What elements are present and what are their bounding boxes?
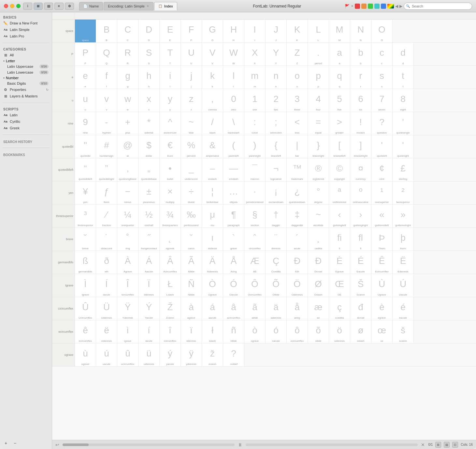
glyph-cell[interactable]: jj xyxy=(181,66,202,89)
scrollbar-track-2[interactable] xyxy=(246,443,418,446)
scrollbar-thumb[interactable] xyxy=(63,443,89,446)
glyph-cell[interactable]: ÙUgrave xyxy=(371,274,393,297)
color-red[interactable] xyxy=(355,4,360,9)
properties-refresh-icon[interactable]: ↻ xyxy=(46,88,49,92)
sidebar-remove-button[interactable]: − xyxy=(12,440,18,446)
glyph-cell[interactable]: nn xyxy=(266,66,287,89)
glyph-cell[interactable]: ¨dieresis xyxy=(266,228,287,251)
color-blue[interactable] xyxy=(381,4,386,9)
glyph-cell[interactable]: íiacute xyxy=(138,320,160,343)
glyph-cell[interactable]: flfl xyxy=(350,228,371,251)
glyph-cell[interactable]: .period xyxy=(308,43,329,65)
glyph-cell[interactable]: ±plusminus xyxy=(138,181,160,204)
glyph-cell[interactable]: 'quotesingle xyxy=(393,112,414,135)
sidebar-item-greek[interactable]: Aa Greek xyxy=(0,125,52,131)
glyph-cell[interactable]: ¢cent xyxy=(371,158,393,181)
sidebar-item-latin-pro[interactable]: Aa Latin Pro xyxy=(0,33,52,39)
close-button[interactable] xyxy=(4,4,8,8)
glyph-cell[interactable]: ¹onesuperior xyxy=(371,181,393,204)
glyph-cell[interactable]: 5five xyxy=(329,89,350,112)
tab-encoding-close[interactable]: ✕ xyxy=(147,5,149,8)
glyph-cell[interactable]: ;semicolon xyxy=(266,112,287,135)
glyph-cell[interactable]: óoacute xyxy=(266,320,287,343)
glyph-cell[interactable]: )parenright xyxy=(244,135,266,158)
sidebar-item-basic-digits[interactable]: Basic Digits 0/10 xyxy=(0,80,52,86)
sidebar-item-latin-simple[interactable]: Aa Latin Simple xyxy=(0,26,52,33)
minimize-button[interactable] xyxy=(10,4,14,8)
glyph-cell[interactable]: 1one xyxy=(244,89,266,112)
sidebar-item-latin-uppercase[interactable]: Latin Uppercase 0/26 xyxy=(0,64,52,69)
glyph-cell[interactable]: ff xyxy=(96,66,117,89)
glyph-cell[interactable]: _underscore xyxy=(181,158,202,181)
glyph-cell[interactable]: ðeth xyxy=(96,251,117,274)
glyph-cell[interactable]: ÔOcircumflex xyxy=(244,274,266,297)
glyph-cell[interactable]: ÝYacute xyxy=(138,297,160,320)
glyph-cell[interactable]: (parenleft xyxy=(223,135,244,158)
glyph-cell[interactable]: ©copyright xyxy=(329,158,350,181)
glyph-cell[interactable]: ºordmasculine xyxy=(350,181,371,204)
glyph-cell[interactable]: öodieresis xyxy=(329,320,350,343)
glyph-cell[interactable]: ˆcircumflex xyxy=(244,228,266,251)
glyph-cell[interactable]: äadieresis xyxy=(266,297,287,320)
sidebar-item-number[interactable]: ▾ Number xyxy=(0,75,52,80)
glyph-cell[interactable]: II xyxy=(244,20,266,42)
glyph-cell[interactable]: cc xyxy=(371,43,393,65)
glyph-cell[interactable]: <less xyxy=(287,112,308,135)
tab-encoding[interactable]: Encoding: Latin Simple ✕ xyxy=(104,2,153,10)
glyph-cell[interactable]: ÅAring xyxy=(223,251,244,274)
glyph-cell[interactable]: úuacute xyxy=(96,343,117,366)
tab-index[interactable]: 📋 Index xyxy=(154,2,177,10)
glyph-cell[interactable]: 8eight xyxy=(393,89,414,112)
glyph-cell[interactable]: RR xyxy=(117,43,138,65)
glyph-cell[interactable]: ÁAacute xyxy=(138,251,160,274)
glyph-cell[interactable]: ¥yen xyxy=(75,181,96,204)
glyph-cell[interactable]: ⁄fraction xyxy=(96,205,117,227)
glyph-cell[interactable]: ƒflorin xyxy=(96,181,117,204)
glyph-cell[interactable]: TT xyxy=(160,43,181,65)
glyph-cell[interactable]: ëedieresis xyxy=(96,320,117,343)
glyph-cell[interactable]: æae xyxy=(308,297,329,320)
glyph-cell[interactable]: †dagger xyxy=(266,205,287,227)
glyph-cell[interactable]: ˘breve xyxy=(75,228,96,251)
glyph-cell[interactable]: hh xyxy=(138,66,160,89)
glyph-cell[interactable]: yy xyxy=(160,89,181,112)
glyph-cell[interactable]: ™trademark xyxy=(287,158,308,181)
glyph-cell[interactable]: ıdotlessi xyxy=(202,228,223,251)
glyph-cell[interactable]: ÐEth xyxy=(287,251,308,274)
glyph-cell[interactable]: ww xyxy=(117,89,138,112)
status-next[interactable]: ✕ xyxy=(421,442,425,447)
sidebar-item-properties[interactable]: ⚙ Properties ↻ xyxy=(0,86,52,93)
glyph-cell[interactable]: 'quoteright xyxy=(393,135,414,158)
glyph-cell[interactable]: *asterisk xyxy=(138,112,160,135)
glyph-cell[interactable]: qq xyxy=(329,66,350,89)
glyph-cell[interactable]: 4four xyxy=(308,89,329,112)
tab-name[interactable]: 📄 Name xyxy=(79,2,103,10)
glyph-cell[interactable]: JJ xyxy=(266,20,287,42)
glyph-cell[interactable]: ˚ring xyxy=(117,228,138,251)
glyph-cell[interactable]: âacircumflex xyxy=(223,297,244,320)
glyph-cell[interactable]: èegrave xyxy=(371,297,393,320)
glyph-cell[interactable]: PP xyxy=(75,43,96,65)
glyph-cell[interactable]: aa xyxy=(329,43,350,65)
glyph-cell[interactable]: #numbersign xyxy=(96,135,117,158)
glyph-cell[interactable]: ÑNtilde xyxy=(181,274,202,297)
glyph-cell[interactable]: ËEdieresis xyxy=(393,251,414,274)
glyph-cell[interactable]: &ampersand xyxy=(202,135,223,158)
glyph-cell[interactable]: ÒOgrave xyxy=(202,274,223,297)
glyph-cell[interactable]: •bullet xyxy=(160,158,181,181)
glyph-cell[interactable]: đdcroat xyxy=(350,297,371,320)
glyph-cell[interactable]: €Euro xyxy=(160,135,181,158)
glyph-cell[interactable]: [bracketleft xyxy=(329,135,350,158)
toolbar-list[interactable]: ≡ xyxy=(54,3,64,10)
glyph-cell[interactable]: ÿydieresis xyxy=(181,343,202,366)
glyph-cell[interactable]: þthorn xyxy=(393,228,414,251)
glyph-cell[interactable]: ÚUacute xyxy=(393,274,414,297)
scrollbar-track[interactable] xyxy=(63,443,235,446)
glyph-cell[interactable]: ÃAtilde xyxy=(181,251,202,274)
glyph-cell[interactable]: œoe xyxy=(371,320,393,343)
glyph-cell[interactable]: çccedilla xyxy=(329,297,350,320)
glyph-cell[interactable]: KK xyxy=(287,20,308,42)
statusbar-view3[interactable]: ⊡ xyxy=(452,442,458,448)
glyph-cell[interactable]: ”quotedblright xyxy=(96,158,117,181)
toolbar-settings[interactable]: ⚙ xyxy=(65,3,74,10)
